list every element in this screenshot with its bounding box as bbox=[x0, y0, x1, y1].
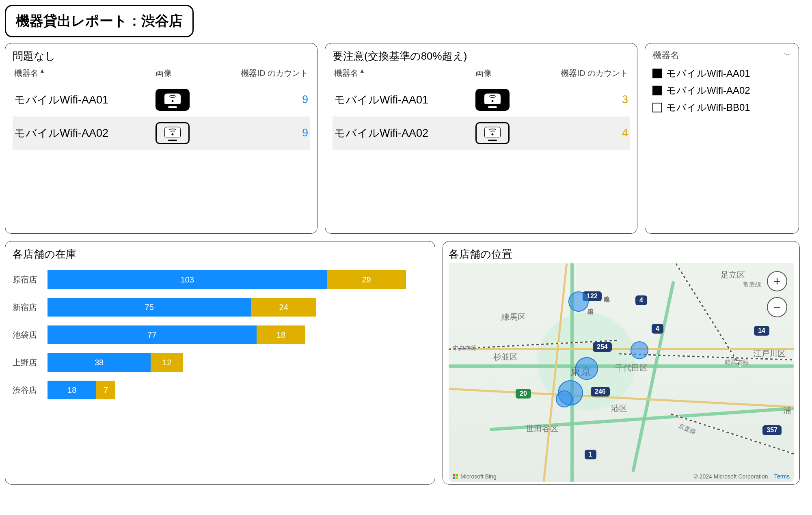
map-attribution-right: © 2024 Microsoft Corporation Terms bbox=[693, 473, 790, 480]
map-label: 常磐線 bbox=[743, 281, 761, 289]
panel-map: 各店舗の位置 足立区 練馬区 杉並区 東京 千代田区 港区 世田谷区 江戸川区 bbox=[443, 241, 800, 485]
zoom-in-button[interactable]: + bbox=[767, 271, 787, 291]
table-row[interactable]: モバイルWifi-AA01 3 bbox=[333, 83, 630, 116]
bar-track: 3812 bbox=[48, 353, 428, 372]
bar-row[interactable]: 上野店3812 bbox=[13, 353, 428, 372]
cell-count: 3 bbox=[528, 83, 630, 116]
bar-row[interactable]: 新宿店7524 bbox=[13, 298, 428, 317]
slicer-label: モバイルWifi-AA02 bbox=[666, 84, 750, 97]
bar-track: 10329 bbox=[48, 270, 428, 289]
bar-segment[interactable]: 77 bbox=[48, 325, 257, 344]
panel-slicer: 機器名 ﹀ モバイルWifi-AA01 モバイルWifi-AA02 モバイルWi… bbox=[645, 43, 799, 234]
col-name[interactable]: 機器名▲ bbox=[333, 65, 474, 83]
route-shield: 357 bbox=[762, 425, 782, 435]
table-row[interactable]: モバイルWifi-AA02 4 bbox=[333, 116, 630, 150]
map-attribution-left: Microsoft Bing bbox=[453, 473, 497, 480]
bar-segment[interactable]: 7 bbox=[96, 381, 115, 399]
bar-track: 7524 bbox=[48, 298, 428, 317]
cell-name: モバイルWifi-AA02 bbox=[13, 116, 154, 150]
bar-segment[interactable]: 18 bbox=[48, 381, 96, 399]
map-label: 足立区 bbox=[721, 269, 745, 280]
route-shield: 4 bbox=[635, 295, 647, 305]
cell-image bbox=[474, 116, 528, 150]
col-name[interactable]: 機器名▲ bbox=[13, 65, 154, 83]
panel-warn: 要注意(交換基準の80%超え) 機器名▲ 画像 機器ID のカウント モバイルW… bbox=[325, 43, 637, 234]
sort-asc-icon: ▲ bbox=[359, 67, 365, 74]
checkbox-icon[interactable] bbox=[652, 86, 662, 95]
cell-count: 9 bbox=[208, 83, 310, 116]
map-bubble[interactable] bbox=[568, 291, 589, 312]
panel-ok-title: 問題なし bbox=[13, 49, 310, 63]
route-shield: 14 bbox=[754, 326, 769, 336]
col-count[interactable]: 機器ID のカウント bbox=[528, 65, 630, 83]
col-image[interactable]: 画像 bbox=[154, 65, 208, 83]
top-row: 問題なし 機器名▲ 画像 機器ID のカウント モバイルWifi-AA01 bbox=[5, 43, 807, 234]
wifi-device-icon bbox=[155, 122, 190, 144]
map-bubble[interactable] bbox=[575, 357, 598, 380]
map-label: 京葉線 bbox=[677, 422, 697, 436]
bar-segment[interactable]: 75 bbox=[48, 298, 251, 317]
col-count[interactable]: 機器ID のカウント bbox=[208, 65, 310, 83]
bar-label: 原宿店 bbox=[13, 274, 48, 285]
wifi-device-icon bbox=[475, 122, 510, 144]
map-label: 江戸川区 bbox=[753, 348, 786, 359]
bing-logo-icon bbox=[453, 474, 458, 479]
bar-label: 渋谷店 bbox=[13, 385, 48, 396]
report-title: 機器貸出レポート：渋谷店 bbox=[16, 12, 183, 30]
checkbox-icon[interactable] bbox=[652, 69, 662, 78]
table-row[interactable]: モバイルWifi-AA02 9 bbox=[13, 116, 310, 150]
panel-ok-table: 機器名▲ 画像 機器ID のカウント モバイルWifi-AA01 9 モバイルW… bbox=[13, 65, 310, 150]
map-label: 練馬区 bbox=[501, 312, 526, 323]
bar-segment[interactable]: 24 bbox=[251, 298, 316, 317]
col-image[interactable]: 画像 bbox=[474, 65, 528, 83]
map-label: 杉並区 bbox=[493, 351, 518, 362]
bar-segment[interactable]: 29 bbox=[327, 270, 406, 289]
bar-segment[interactable]: 103 bbox=[48, 270, 327, 289]
zoom-out-button[interactable]: − bbox=[767, 297, 787, 317]
map-label: 中央本線 bbox=[453, 344, 477, 352]
bar-row[interactable]: 渋谷店187 bbox=[13, 381, 428, 399]
slicer-item[interactable]: モバイルWifi-AA02 bbox=[652, 84, 791, 97]
map-bubble[interactable] bbox=[631, 341, 648, 359]
panel-warn-title: 要注意(交換基準の80%超え) bbox=[333, 49, 630, 63]
route-shield: 4 bbox=[652, 324, 663, 334]
map-terms-link[interactable]: Terms bbox=[774, 473, 790, 480]
stock-barchart[interactable]: 原宿店10329新宿店7524池袋店7718上野店3812渋谷店187 bbox=[13, 270, 428, 399]
wifi-device-icon bbox=[155, 89, 190, 111]
table-row[interactable]: モバイルWifi-AA01 9 bbox=[13, 83, 310, 116]
bottom-row: 各店舗の在庫 原宿店10329新宿店7524池袋店7718上野店3812渋谷店1… bbox=[5, 241, 807, 485]
panel-ok: 問題なし 機器名▲ 画像 機器ID のカウント モバイルWifi-AA01 bbox=[5, 43, 317, 234]
slicer-header[interactable]: 機器名 ﹀ bbox=[652, 49, 791, 61]
route-shield: 254 bbox=[593, 342, 612, 352]
bar-track: 7718 bbox=[48, 325, 428, 344]
bar-track: 187 bbox=[48, 381, 428, 399]
route-shield: 246 bbox=[591, 387, 610, 396]
panel-warn-table: 機器名▲ 画像 機器ID のカウント モバイルWifi-AA01 3 モバイルW… bbox=[333, 65, 630, 150]
map-label: 港区 bbox=[611, 403, 627, 414]
bar-label: 池袋店 bbox=[13, 330, 48, 340]
map-label: 千代田区 bbox=[615, 362, 648, 373]
map-road bbox=[449, 348, 794, 350]
cell-image bbox=[154, 116, 208, 150]
slicer-item[interactable]: モバイルWifi-BB01 bbox=[652, 101, 791, 114]
cell-name: モバイルWifi-AA02 bbox=[333, 116, 474, 150]
chevron-down-icon[interactable]: ﹀ bbox=[784, 50, 791, 60]
map-road bbox=[631, 281, 675, 472]
bar-segment[interactable]: 18 bbox=[257, 325, 305, 344]
bar-label: 新宿店 bbox=[13, 302, 48, 313]
cell-image bbox=[154, 83, 208, 116]
slicer-item[interactable]: モバイルWifi-AA01 bbox=[652, 67, 791, 80]
map-bubble[interactable] bbox=[556, 390, 573, 407]
map-canvas[interactable]: 足立区 練馬区 杉並区 東京 千代田区 港区 世田谷区 江戸川区 浦 中央本線 … bbox=[449, 263, 794, 482]
bar-segment[interactable]: 12 bbox=[151, 353, 183, 372]
route-shield: 1 bbox=[585, 450, 596, 459]
bar-row[interactable]: 池袋店7718 bbox=[13, 325, 428, 344]
panel-stock-title: 各店舗の在庫 bbox=[13, 247, 428, 261]
slicer-label: モバイルWifi-BB01 bbox=[666, 101, 750, 114]
checkbox-icon[interactable] bbox=[652, 103, 662, 112]
bar-segment[interactable]: 38 bbox=[48, 353, 151, 372]
bar-row[interactable]: 原宿店10329 bbox=[13, 270, 428, 289]
slicer-label: モバイルWifi-AA01 bbox=[666, 67, 750, 80]
bar-label: 上野店 bbox=[13, 357, 48, 368]
cell-count: 9 bbox=[208, 116, 310, 150]
